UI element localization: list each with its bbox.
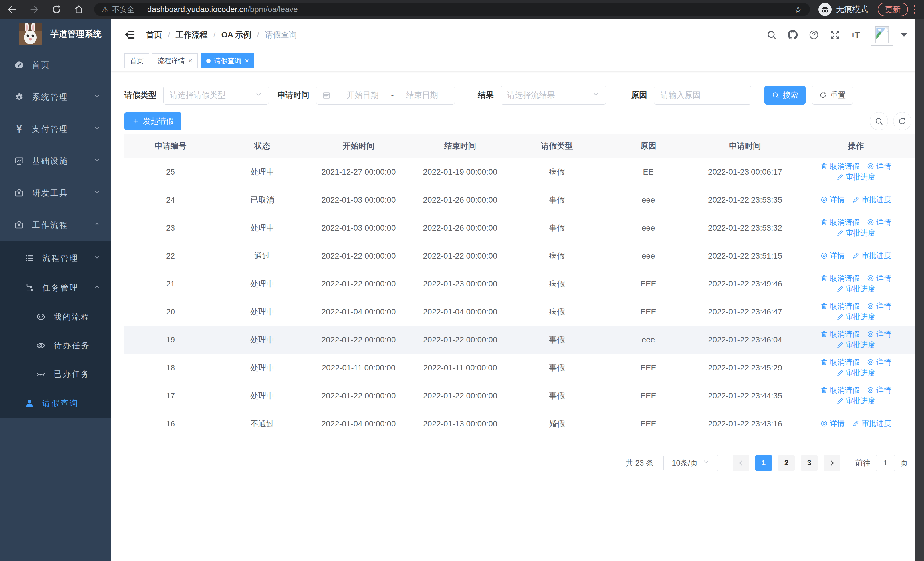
bookmark-star-icon[interactable]: ☆: [794, 4, 802, 15]
detail-link[interactable]: 详情: [820, 418, 844, 429]
cancel-leave-link[interactable]: 取消请假: [820, 385, 860, 396]
cancel-leave-link[interactable]: 取消请假: [820, 329, 860, 339]
create-leave-button[interactable]: 发起请假: [124, 112, 182, 130]
detail-link[interactable]: 详情: [820, 194, 844, 205]
tab-process-detail[interactable]: 流程详情 ×: [152, 53, 198, 68]
incognito-badge: 无痕模式: [818, 3, 868, 16]
progress-link[interactable]: 审批进度: [836, 284, 876, 294]
browser-menu-icon[interactable]: [914, 5, 915, 14]
page-button-3[interactable]: 3: [801, 455, 818, 471]
sidebar-item-home[interactable]: 首页: [0, 49, 111, 81]
detail-link[interactable]: 详情: [820, 251, 844, 260]
cancel-leave-link[interactable]: 取消请假: [820, 217, 860, 227]
apply-time-range-picker[interactable]: 开始日期 - 结束日期: [316, 86, 455, 105]
detail-link[interactable]: 详情: [867, 329, 891, 339]
cell-status: 处理中: [217, 354, 308, 382]
cell-end: 2022-01-26 00:00:00: [409, 186, 511, 214]
sidebar-item-system[interactable]: 系统管理: [0, 81, 111, 113]
column-header: 申请编号: [124, 134, 217, 158]
sidebar-item-infra[interactable]: 基础设施: [0, 145, 111, 177]
leave-table: 申请编号 状态 开始时间 结束时间 请假类型 原因 申请时间 操作 25处理中2…: [124, 134, 915, 438]
sidebar-item-label: 我的流程: [54, 311, 100, 322]
github-icon[interactable]: [788, 30, 798, 40]
cancel-leave-link[interactable]: 取消请假: [820, 273, 860, 283]
progress-link[interactable]: 审批进度: [852, 194, 891, 205]
sidebar-logo[interactable]: 芋道管理系统: [0, 19, 111, 49]
progress-link[interactable]: 审批进度: [836, 172, 876, 182]
avatar[interactable]: [871, 24, 893, 46]
progress-link[interactable]: 审批进度: [852, 251, 891, 260]
active-dot: [206, 59, 211, 63]
table-tools: [870, 112, 912, 130]
close-icon[interactable]: ×: [245, 57, 249, 65]
page-size-select[interactable]: 10条/页: [663, 455, 718, 471]
sidebar-item-workflow[interactable]: 工作流程: [0, 209, 111, 241]
cancel-leave-link[interactable]: 取消请假: [820, 301, 860, 311]
show-search-button[interactable]: [870, 112, 888, 130]
sidebar-item-my-process[interactable]: 我的流程: [0, 303, 111, 331]
sidebar-item-task-management[interactable]: 任务管理: [0, 273, 111, 303]
breadcrumb-item[interactable]: 工作流程: [176, 29, 208, 40]
reset-button[interactable]: 重置: [812, 86, 853, 105]
font-size-icon[interactable]: TT: [851, 30, 860, 40]
detail-link[interactable]: 详情: [867, 273, 891, 283]
url-host: dashboard.yudao.iocoder.cn: [147, 5, 248, 14]
fullscreen-icon[interactable]: [830, 30, 840, 40]
prev-page-button[interactable]: [732, 455, 749, 471]
help-icon[interactable]: [809, 30, 819, 40]
browser-update-button[interactable]: 更新: [878, 3, 908, 16]
next-page-button[interactable]: [824, 455, 840, 471]
table-body: 25处理中2021-12-27 00:00:002022-01-19 00:00…: [124, 158, 915, 438]
detail-link[interactable]: 详情: [867, 301, 891, 311]
page-button-2[interactable]: 2: [778, 455, 795, 471]
sidebar-item-leave-query[interactable]: 请假查询: [0, 388, 111, 418]
browser-reload-icon[interactable]: [48, 2, 64, 17]
select-placeholder: 请选择请假类型: [170, 90, 226, 101]
browser-forward-icon[interactable]: [26, 2, 42, 17]
cell-apply_time: 2022-01-22 23:53:35: [694, 186, 796, 214]
result-select[interactable]: 请选择流结果: [501, 86, 606, 105]
cancel-leave-link[interactable]: 取消请假: [820, 161, 860, 171]
detail-link[interactable]: 详情: [867, 357, 891, 367]
breadcrumb-item[interactable]: OA 示例: [222, 29, 251, 40]
column-header: 请假类型: [511, 134, 603, 158]
detail-link[interactable]: 详情: [867, 161, 891, 171]
breadcrumb-separator: /: [257, 30, 259, 39]
close-icon[interactable]: ×: [188, 57, 192, 65]
browser-home-icon[interactable]: [71, 2, 87, 17]
progress-link[interactable]: 审批进度: [836, 312, 876, 322]
progress-link[interactable]: 审批进度: [836, 368, 876, 378]
sidebar-item-payment[interactable]: ¥ 支付管理: [0, 113, 111, 145]
sidebar-collapse-icon[interactable]: [123, 28, 136, 41]
detail-link[interactable]: 详情: [867, 385, 891, 396]
progress-link[interactable]: 审批进度: [852, 418, 891, 429]
action-label: 详情: [876, 161, 891, 171]
progress-link[interactable]: 审批进度: [836, 340, 876, 350]
page-button-1[interactable]: 1: [755, 455, 772, 471]
search-icon[interactable]: [766, 30, 777, 40]
search-button[interactable]: 搜索: [765, 86, 806, 105]
browser-back-icon[interactable]: [4, 2, 20, 17]
cell-reason: eee: [603, 214, 694, 242]
breadcrumb-item[interactable]: 首页: [146, 29, 162, 40]
sidebar-item-process-management[interactable]: 流程管理: [0, 244, 111, 273]
tab-home[interactable]: 首页: [124, 53, 149, 68]
sidebar-item-devtools[interactable]: 研发工具: [0, 177, 111, 209]
navbar-actions: TT: [756, 24, 908, 46]
chevron-down-icon: [702, 458, 710, 468]
url-bar[interactable]: ⚠ 不安全 dashboard.yudao.iocoder.cn/bpm/oa/…: [94, 3, 810, 16]
goto-page-input[interactable]: [876, 455, 895, 471]
detail-link[interactable]: 详情: [867, 217, 891, 227]
delete-icon: [820, 387, 828, 394]
tab-leave-query[interactable]: 请假查询 ×: [201, 53, 254, 68]
avatar-caret-icon[interactable]: [901, 33, 908, 37]
progress-link[interactable]: 审批进度: [836, 396, 876, 406]
leave-type-select[interactable]: 请选择请假类型: [163, 86, 269, 105]
sidebar-item-done-tasks[interactable]: 已办任务: [0, 360, 111, 388]
cell-start: 2022-01-22 00:00:00: [308, 382, 409, 410]
cancel-leave-link[interactable]: 取消请假: [820, 357, 860, 367]
refresh-table-button[interactable]: [893, 112, 912, 130]
progress-link[interactable]: 审批进度: [836, 228, 876, 238]
sidebar-item-todo-tasks[interactable]: 待办任务: [0, 331, 111, 360]
reason-input[interactable]: 请输入原因: [654, 86, 752, 105]
